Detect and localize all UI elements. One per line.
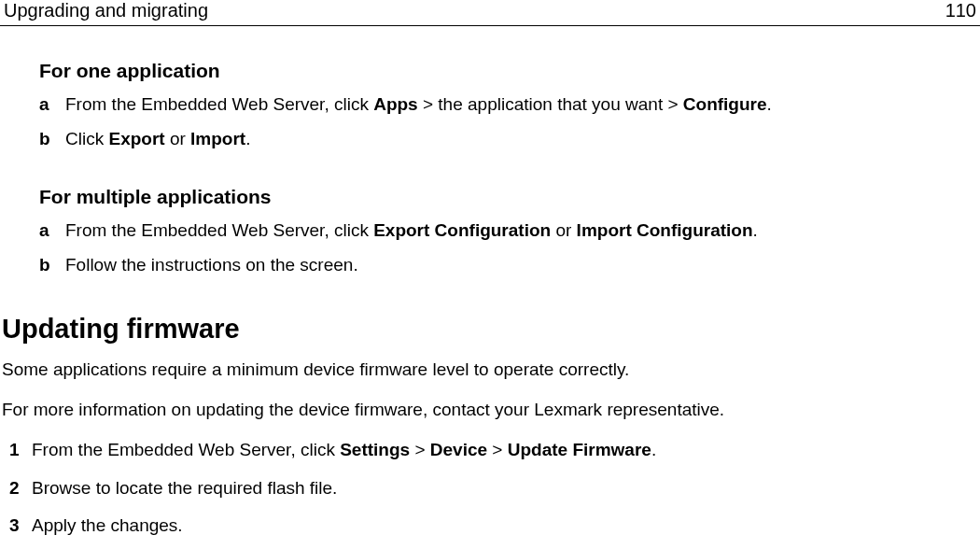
body-paragraph: For more information on updating the dev…: [2, 398, 943, 423]
list-one-app: a From the Embedded Web Server, click Ap…: [2, 92, 943, 152]
page-header: Upgrading and migrating 110: [0, 0, 980, 26]
list-marker: a: [39, 218, 65, 245]
list-item: b Follow the instructions on the screen.: [39, 252, 943, 279]
header-title: Upgrading and migrating: [4, 0, 208, 21]
list-text: From the Embedded Web Server, click Sett…: [32, 437, 943, 464]
list-text: From the Embedded Web Server, click Apps…: [65, 92, 943, 119]
page-content: For one application a From the Embedded …: [0, 60, 980, 540]
list-text: From the Embedded Web Server, click Expo…: [65, 218, 943, 245]
list-item: 1 From the Embedded Web Server, click Se…: [9, 437, 943, 464]
list-text: Follow the instructions on the screen.: [65, 252, 943, 279]
list-firmware-steps: 1 From the Embedded Web Server, click Se…: [2, 437, 943, 540]
list-item: b Click Export or Import.: [39, 126, 943, 153]
section-heading-one-app: For one application: [2, 60, 943, 82]
section-heading-updating-firmware: Updating firmware: [2, 314, 943, 345]
list-marker: a: [39, 92, 65, 119]
page-number: 110: [945, 0, 976, 21]
list-item: a From the Embedded Web Server, click Ap…: [39, 92, 943, 119]
list-marker: 2: [9, 475, 32, 502]
list-item: 3 Apply the changes.: [9, 513, 943, 540]
list-marker: 3: [9, 513, 32, 540]
section-heading-multi-app: For multiple applications: [2, 186, 943, 208]
list-marker: 1: [9, 437, 32, 464]
body-paragraph: Some applications require a minimum devi…: [2, 358, 943, 383]
list-text: Click Export or Import.: [65, 126, 943, 153]
list-marker: b: [39, 126, 65, 153]
list-item: 2 Browse to locate the required flash fi…: [9, 475, 943, 502]
list-multi-app: a From the Embedded Web Server, click Ex…: [2, 218, 943, 278]
list-item: a From the Embedded Web Server, click Ex…: [39, 218, 943, 245]
list-text: Browse to locate the required flash file…: [32, 475, 943, 502]
list-text: Apply the changes.: [32, 513, 943, 540]
list-marker: b: [39, 252, 65, 279]
